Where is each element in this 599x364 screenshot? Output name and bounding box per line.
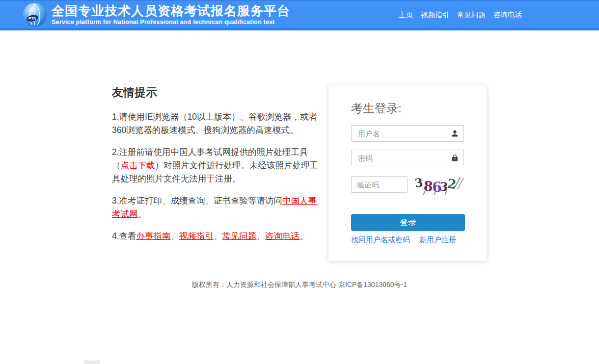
password-input[interactable] xyxy=(351,150,464,166)
main-content: 友情提示 1.请使用IE浏览器（10以上版本）、谷歌浏览器，或者360浏览器的极… xyxy=(112,85,487,261)
user-icon xyxy=(451,130,459,138)
tip-item-1: 1.请使用IE浏览器（10以上版本）、谷歌浏览器，或者360浏览器的极速模式、搜… xyxy=(112,110,318,137)
service-guide-link[interactable]: 办事指南 xyxy=(136,231,171,241)
username-input[interactable] xyxy=(351,125,464,142)
captcha-image[interactable]: 3 8 6 3 2 xyxy=(413,174,464,195)
site-title: 全国专业技术人员资格考试报名服务平台 xyxy=(52,4,290,18)
forgot-password-link[interactable]: 找回用户名或密码 xyxy=(351,235,410,245)
captcha-input[interactable] xyxy=(351,176,408,193)
tip-item-4: 4.查看办事指南、视频指引、常见问题、咨询电话。 xyxy=(112,230,318,243)
header: PTA 全国专业技术人员资格考试报名服务平台 Service platform … xyxy=(0,0,599,30)
logo-text: PTA xyxy=(28,16,36,20)
site-subtitle: Service platform for National Profession… xyxy=(52,19,290,26)
login-title: 考生登录: xyxy=(351,101,464,116)
header-nav: 主页 视频指引 常见问题 咨询电话 xyxy=(399,0,522,29)
pta-logo-icon: PTA xyxy=(22,1,48,28)
register-link[interactable]: 新用户注册 xyxy=(419,235,456,245)
captcha-row: 3 8 6 3 2 xyxy=(351,174,464,195)
login-button[interactable]: 登录 xyxy=(351,214,465,231)
password-row xyxy=(351,150,464,166)
login-card: 考生登录: 3 8 6 3 2 xyxy=(328,85,487,261)
copyright-text: 版权所有：人力资源和社会保障部人事考试中心 京ICP备13013060号-1 xyxy=(0,281,599,289)
lock-icon xyxy=(451,154,459,162)
nav-faq[interactable]: 常见问题 xyxy=(457,10,486,20)
download-photo-tool-link[interactable]: 点击下载 xyxy=(121,160,155,170)
nav-phone[interactable]: 咨询电话 xyxy=(493,10,522,20)
nav-home[interactable]: 主页 xyxy=(399,10,413,20)
partial-bottom-artifact xyxy=(84,361,100,364)
friendly-tips-section: 友情提示 1.请使用IE浏览器（10以上版本）、谷歌浏览器，或者360浏览器的极… xyxy=(112,85,318,252)
username-row xyxy=(351,125,464,142)
tip-item-3: 3.准考证打印、成绩查询、证书查验等请访问中国人事考试网。 xyxy=(112,194,318,221)
footer: 版权所有：人力资源和社会保障部人事考试中心 京ICP备13013060号-1 xyxy=(0,281,599,289)
video-guide-link[interactable]: 视频指引 xyxy=(179,231,214,241)
tip-item-2: 2.注册前请使用中国人事考试网提供的照片处理工具（点击下载）对照片文件进行处理。… xyxy=(112,146,318,185)
tips-heading: 友情提示 xyxy=(112,85,318,100)
nav-video-guide[interactable]: 视频指引 xyxy=(421,10,449,20)
faq-link[interactable]: 常见问题 xyxy=(222,231,257,241)
phone-link[interactable]: 咨询电话 xyxy=(265,231,300,241)
